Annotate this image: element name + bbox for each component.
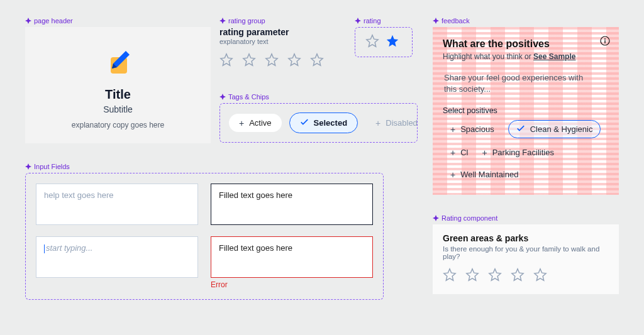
section-label-rating-group: rating group <box>219 17 345 25</box>
plus-icon: + <box>482 148 487 157</box>
chip-label: Disabled <box>386 118 418 128</box>
plus-icon: + <box>450 148 455 157</box>
star-icon[interactable] <box>287 53 301 69</box>
section-label-inputs: Input Fields <box>25 163 384 170</box>
chip-label: Cl <box>460 148 468 157</box>
info-icon[interactable] <box>600 36 610 48</box>
section-label-page-header: page header <box>25 17 211 25</box>
star-icon[interactable] <box>310 53 324 69</box>
feedback-textarea[interactable]: Share your feel good experiences with th… <box>444 72 584 95</box>
textarea-error[interactable]: Filled text goes here <box>211 236 373 278</box>
chip-truncated[interactable]: +Cl <box>443 145 468 160</box>
rating-box <box>355 27 413 57</box>
plus-icon: + <box>450 170 455 179</box>
error-text: Error <box>211 280 373 289</box>
textarea-placeholder[interactable]: help text goes here <box>36 184 198 225</box>
star-icon[interactable] <box>265 53 279 69</box>
chips-box: + Active Selected + Disabled <box>219 103 418 143</box>
chip-well-maintained[interactable]: +Well Maintained <box>443 167 526 182</box>
rating-component-card: Green areas & parks Is there enough for … <box>433 224 619 294</box>
chip-active[interactable]: + Active <box>229 114 282 132</box>
rating-component-title: Green areas & parks <box>443 233 609 243</box>
chip-clean-hygienic[interactable]: Clean & Hygienic <box>508 120 601 138</box>
textarea-typing[interactable]: start typing... <box>36 236 198 278</box>
feedback-card: What are the positives Highlight what yo… <box>433 27 619 195</box>
feedback-chip-group-label: Select positives <box>443 106 609 115</box>
chip-label: Clean & Hygienic <box>530 124 593 134</box>
chip-spacious[interactable]: +Spacious <box>443 120 502 138</box>
rating-component-stars <box>443 268 609 284</box>
plus-icon: + <box>239 119 244 128</box>
star-icon[interactable] <box>511 268 525 284</box>
chip-selected[interactable]: Selected <box>289 113 358 133</box>
page-copy: explanatory copy goes here <box>72 121 164 129</box>
feedback-subtitle: Highlight what you think or See Sample <box>443 52 609 61</box>
chip-label: Spacious <box>460 124 494 134</box>
plus-icon: + <box>450 125 455 134</box>
star-icon[interactable] <box>386 34 399 50</box>
chip-label: Selected <box>314 118 347 128</box>
rating-group-stars <box>219 53 345 69</box>
chip-disabled: + Disabled <box>365 114 428 132</box>
textarea-filled-focus[interactable]: Filled text goes here <box>211 184 373 225</box>
section-label-chips: Tags & Chips <box>219 93 418 101</box>
chip-label: Parking Facilities <box>492 148 554 157</box>
rating-group-subtitle: explanatory text <box>219 38 345 45</box>
chip-label: Active <box>249 118 271 128</box>
feedback-chip-group: +Spacious Clean & Hygienic +Cl +Parking … <box>443 120 609 182</box>
chip-parking[interactable]: +Parking Facilities <box>474 145 561 160</box>
star-icon[interactable] <box>365 34 379 50</box>
page-header-card: Title Subtitle explanatory copy goes her… <box>25 27 211 143</box>
feedback-title: What are the positives <box>443 38 609 50</box>
section-label-rating-component: Rating component <box>433 214 619 222</box>
see-sample-link[interactable]: See Sample <box>533 52 575 61</box>
star-icon[interactable] <box>242 53 256 69</box>
rating-component-subtitle: Is there enough for you & your family to… <box>443 245 609 260</box>
inputs-box: help text goes here Filled text goes her… <box>25 173 384 300</box>
rating-group-title: rating parameter <box>219 27 345 37</box>
star-icon[interactable] <box>443 268 457 284</box>
star-icon[interactable] <box>465 268 479 284</box>
star-icon[interactable] <box>488 268 502 284</box>
check-icon <box>300 118 309 128</box>
section-label-feedback: feedback <box>433 17 619 25</box>
plus-icon: + <box>375 119 380 128</box>
star-icon[interactable] <box>533 268 547 284</box>
chip-label: Well Maintained <box>460 170 518 179</box>
pencil-icon <box>103 47 133 77</box>
check-icon <box>516 124 525 135</box>
section-label-rating: rating <box>355 17 413 25</box>
page-title: Title <box>105 87 131 102</box>
page-subtitle: Subtitle <box>103 104 133 114</box>
star-icon[interactable] <box>219 53 233 69</box>
